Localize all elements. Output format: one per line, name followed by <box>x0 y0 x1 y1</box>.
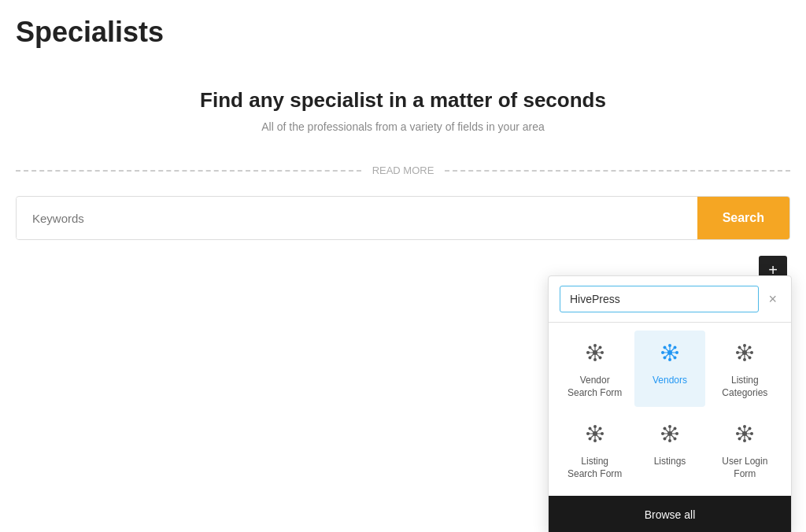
svg-line-98 <box>740 429 745 434</box>
svg-line-13 <box>590 348 595 353</box>
search-bar-container: Search <box>16 196 790 240</box>
widget-item-vendors[interactable]: Vendors <box>634 331 704 407</box>
page-title: Specialists <box>16 16 790 49</box>
svg-line-15 <box>595 348 601 353</box>
widget-search-clear-button[interactable]: × <box>765 291 780 308</box>
search-button[interactable]: Search <box>697 197 789 239</box>
svg-line-32 <box>670 348 675 353</box>
svg-line-66 <box>595 429 601 434</box>
widget-search-bar: × <box>549 276 791 323</box>
svg-line-14 <box>595 353 601 358</box>
read-more-divider: READ MORE <box>16 164 790 176</box>
svg-line-65 <box>595 434 601 439</box>
svg-line-101 <box>740 434 745 439</box>
dashed-line-right <box>445 170 790 172</box>
widget-popup: × <box>548 275 792 532</box>
svg-line-31 <box>670 353 675 358</box>
read-more-label[interactable]: READ MORE <box>361 164 446 176</box>
listing-categories-icon <box>734 342 756 368</box>
hero-heading: Find any specialist in a matter of secon… <box>16 88 790 113</box>
user-login-form-icon <box>734 423 756 449</box>
svg-line-30 <box>664 348 670 353</box>
widget-item-listing-search-form[interactable]: Listing Search Form <box>560 412 630 488</box>
svg-line-81 <box>664 429 670 434</box>
widget-grid: Vendor Search Form <box>549 323 791 496</box>
page-wrapper: Specialists Find any specialist in a mat… <box>0 0 806 284</box>
vendors-icon <box>659 342 681 368</box>
widget-item-vendor-search-form[interactable]: Vendor Search Form <box>560 331 630 407</box>
search-input[interactable] <box>17 198 697 239</box>
widget-browse-all-button[interactable]: Browse all <box>549 496 791 532</box>
svg-line-64 <box>590 429 595 434</box>
svg-line-49 <box>745 348 750 353</box>
svg-line-47 <box>740 348 745 353</box>
widget-item-listings-label: Listings <box>654 456 686 468</box>
listing-search-form-icon <box>584 423 606 449</box>
hero-subtext: All of the professionals from a variety … <box>16 120 790 133</box>
widget-item-vendor-search-form-label: Vendor Search Form <box>566 375 623 399</box>
widget-item-listing-categories-label: Listing Categories <box>716 375 774 399</box>
vendor-search-form-icon <box>584 342 606 368</box>
svg-line-67 <box>590 434 595 439</box>
listings-icon <box>659 423 681 449</box>
svg-line-84 <box>664 434 670 439</box>
widget-item-vendors-label: Vendors <box>653 375 687 387</box>
svg-line-33 <box>664 353 670 358</box>
widget-item-listing-search-form-label: Listing Search Form <box>566 456 623 480</box>
svg-line-50 <box>740 353 745 358</box>
svg-line-100 <box>745 429 750 434</box>
widget-item-user-login-form-label: User Login Form <box>716 456 774 480</box>
hero-section: Find any specialist in a matter of secon… <box>16 72 790 157</box>
svg-line-48 <box>745 353 750 358</box>
svg-line-16 <box>590 353 595 358</box>
widget-item-listings[interactable]: Listings <box>634 412 704 488</box>
widget-search-input[interactable] <box>560 286 759 312</box>
widget-item-listing-categories[interactable]: Listing Categories <box>710 331 780 407</box>
svg-line-83 <box>670 429 675 434</box>
widget-item-user-login-form[interactable]: User Login Form <box>710 412 780 488</box>
svg-line-82 <box>670 434 675 439</box>
svg-line-99 <box>745 434 750 439</box>
dashed-line-left <box>16 170 361 172</box>
